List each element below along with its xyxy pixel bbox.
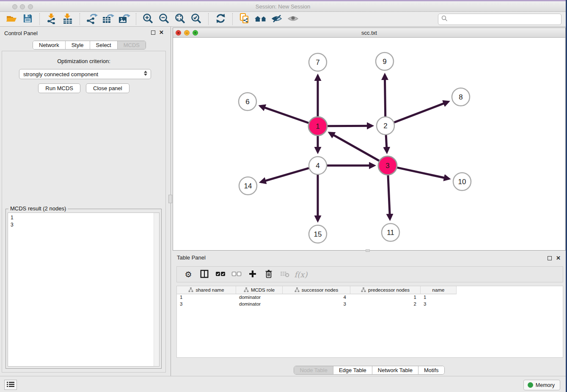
refresh-icon	[215, 13, 226, 25]
graph-edge-4-14[interactable]	[261, 168, 309, 182]
table-row[interactable]: 3dominator323	[177, 301, 563, 308]
graph-node-15[interactable]: 15	[309, 225, 327, 243]
delete-column-button[interactable]	[261, 268, 276, 281]
graph-edge-2-3[interactable]	[386, 135, 387, 152]
control-panel-header: Control Panel ✕	[0, 27, 168, 39]
select-all-button[interactable]	[213, 268, 228, 281]
table-cell[interactable]: 1	[421, 294, 457, 301]
graph-node-2[interactable]: 2	[377, 117, 394, 135]
table-row[interactable]: 1dominator411	[177, 294, 563, 301]
column-header-name[interactable]: name	[421, 286, 457, 294]
toolbar-separator	[39, 13, 40, 25]
graph-node-9[interactable]: 9	[376, 52, 394, 70]
export-table-button[interactable]	[100, 13, 116, 25]
graph-edge-3-10[interactable]	[397, 168, 449, 179]
graph-edge-1-6[interactable]	[260, 106, 309, 123]
mcds-result-text[interactable]: 13	[8, 213, 160, 367]
graph-node-4[interactable]: 4	[309, 157, 327, 174]
table-settings-button[interactable]: ⚙	[181, 268, 195, 281]
zoom-out-icon	[159, 13, 170, 25]
graph-node-14[interactable]: 14	[239, 177, 257, 195]
graph-node-10[interactable]: 10	[453, 173, 471, 190]
graph-edge-2-8[interactable]	[394, 102, 449, 122]
home-view-button[interactable]	[253, 13, 269, 25]
eye-slash-icon	[271, 14, 283, 25]
table-tabs-row: Node Table Edge Table Network Table Moti…	[173, 366, 566, 375]
tab-style[interactable]: Style	[66, 41, 90, 49]
tab-edge-table[interactable]: Edge Table	[333, 366, 372, 374]
zoom-out-button[interactable]	[156, 13, 172, 25]
memory-label: Memory	[536, 382, 555, 388]
copy-network-button[interactable]	[237, 13, 253, 25]
copy-network-icon	[239, 13, 250, 25]
graph-node-8[interactable]: 8	[452, 88, 470, 106]
run-mcds-button[interactable]: Run MCDS	[38, 83, 80, 93]
network-canvas[interactable]: 7968124314101511	[173, 38, 565, 250]
tab-network[interactable]: Network	[33, 41, 66, 49]
column-header-predecessor-nodes[interactable]: predecessor nodes	[350, 286, 421, 294]
split-view-button[interactable]	[197, 268, 212, 281]
open-session-button[interactable]	[3, 13, 19, 25]
function-builder-button[interactable]: f(x)	[294, 268, 308, 281]
table-cell[interactable]: 4	[283, 294, 350, 301]
table-cell[interactable]: 1	[350, 294, 421, 301]
export-image-button[interactable]	[116, 13, 132, 25]
hide-selected-button[interactable]	[269, 13, 285, 25]
gear-icon: ⚙	[184, 270, 192, 279]
graph-node-3[interactable]: 3	[378, 156, 397, 175]
graph-edge-2-9[interactable]	[385, 75, 385, 116]
network-graph-svg: 7968124314101511	[173, 38, 565, 250]
table-cell[interactable]: 1	[177, 294, 236, 301]
table-cell[interactable]: 2	[350, 301, 421, 308]
graph-edge-3-11[interactable]	[388, 175, 390, 219]
deselect-all-button[interactable]	[229, 268, 244, 281]
criterion-select[interactable]: strongly connected component	[19, 69, 151, 79]
table-float-icon[interactable]	[548, 256, 552, 260]
import-network-button[interactable]	[44, 13, 60, 25]
task-history-button[interactable]	[4, 380, 17, 390]
tab-select[interactable]: Select	[90, 41, 118, 49]
search-input[interactable]	[448, 14, 561, 25]
save-session-button[interactable]	[19, 13, 36, 25]
close-panel-button[interactable]: Close panel	[86, 83, 129, 93]
graph-node-6[interactable]: 6	[239, 93, 256, 110]
table-cell[interactable]: dominator	[236, 294, 283, 301]
zoom-selected-button[interactable]	[188, 13, 204, 25]
close-panel-icon[interactable]: ✕	[159, 29, 164, 36]
vertical-splitter-handle[interactable]	[168, 195, 172, 203]
result-scrollbar[interactable]	[154, 213, 159, 366]
network-window-titlebar[interactable]: ✕ − + scc.txt	[173, 28, 565, 38]
table-cell[interactable]: dominator	[236, 301, 283, 308]
memory-button[interactable]: Memory	[523, 380, 560, 390]
zoom-in-button[interactable]	[140, 13, 156, 25]
tab-node-table[interactable]: Node Table	[294, 366, 333, 374]
export-network-button[interactable]	[84, 13, 100, 25]
graph-node-label: 2	[383, 122, 387, 130]
zoom-fit-button[interactable]	[172, 13, 188, 25]
column-header-shared-name[interactable]: shared name	[177, 286, 236, 294]
search-field[interactable]	[438, 14, 561, 25]
table-cell[interactable]: 3	[283, 301, 350, 308]
graph-node-1[interactable]: 1	[308, 117, 327, 135]
tab-mcds[interactable]: MCDS	[118, 41, 146, 49]
tab-motifs[interactable]: Motifs	[418, 366, 444, 374]
column-header-MCDS-role[interactable]: MCDS role	[236, 286, 283, 294]
graph-node-label: 8	[459, 93, 462, 101]
float-panel-icon[interactable]	[151, 30, 155, 35]
add-column-button[interactable]	[245, 268, 260, 281]
import-table-button[interactable]	[60, 13, 76, 25]
graph-node-7[interactable]: 7	[309, 53, 327, 71]
column-header-successor-nodes[interactable]: successor nodes	[283, 286, 350, 294]
table-cell[interactable]: 3	[177, 301, 236, 308]
graph-edge-3-1[interactable]	[330, 133, 380, 161]
split-view-icon	[200, 269, 209, 280]
graph-node-11[interactable]: 11	[382, 224, 399, 241]
tab-network-table[interactable]: Network Table	[372, 366, 418, 374]
table-cell[interactable]: 3	[421, 301, 457, 308]
table-close-icon[interactable]: ✕	[556, 255, 561, 261]
show-all-button[interactable]	[285, 13, 301, 25]
graph-edge-1-2[interactable]	[327, 126, 372, 126]
refresh-button[interactable]	[212, 13, 228, 25]
table-panel: Table Panel ✕ ⚙ f(x)	[173, 252, 566, 376]
delete-table-button[interactable]	[278, 268, 292, 281]
